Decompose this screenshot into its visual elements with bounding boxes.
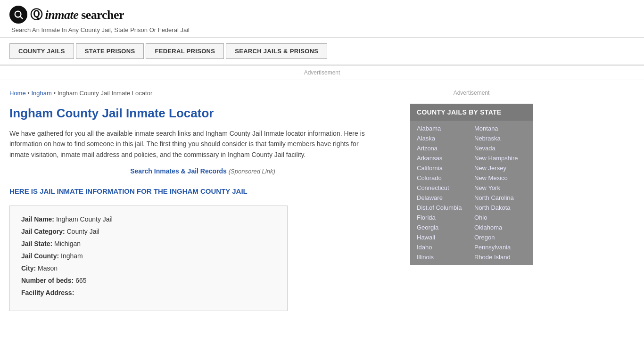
state-link[interactable]: Georgia [414,222,471,232]
logo-area: Ⓠ inmate searcher [9,6,635,24]
state-link[interactable]: New Mexico [471,173,529,183]
jail-county-row: Jail County: Ingham [21,252,276,260]
state-link[interactable]: Arizona [414,143,471,153]
content-area: Home • Ingham • Ingham County Jail Inmat… [9,80,396,321]
jail-beds-label: Number of beds: [21,277,74,284]
state-link[interactable]: Alaska [414,133,471,143]
breadcrumb-current: Ingham County Jail Inmate Locator [58,90,153,97]
state-link[interactable]: Arkansas [414,153,471,163]
nav-federal-prisons[interactable]: FEDERAL PRISONS [146,43,224,59]
states-col1: AlabamaAlaskaArizonaArkansasCaliforniaCo… [414,123,471,262]
state-jails-box: COUNTY JAILS BY STATE AlabamaAlaskaArizo… [410,104,533,265]
state-link[interactable]: Pennsylvania [471,242,529,252]
svg-line-1 [20,16,23,19]
jail-address-label: Facility Address: [21,289,74,296]
state-link[interactable]: Dist.of Columbia [414,203,471,213]
state-link[interactable]: North Dakota [471,203,529,213]
jail-city-label: City: [21,264,36,272]
jail-name-label: Jail Name: [21,215,54,223]
state-link[interactable]: California [414,163,471,173]
jail-state-row: Jail State: Michigan [21,240,276,247]
ad-banner: Advertisement [0,66,644,80]
page-title: Ingham County Jail Inmate Locator [9,106,396,121]
nav-county-jails[interactable]: COUNTY JAILS [9,43,74,59]
states-col2: MontanaNebraskaNevadaNew HampshireNew Je… [471,123,529,262]
state-link[interactable]: New York [471,183,529,193]
jail-address-row: Facility Address: [21,289,276,296]
jail-county-label: Jail County: [21,252,59,260]
jail-county-value: Ingham [61,252,83,260]
jail-beds-row: Number of beds: 665 [21,277,276,284]
state-link[interactable]: Connecticut [414,183,471,193]
jail-city-row: City: Mason [21,264,276,272]
state-link[interactable]: Hawaii [414,232,471,242]
jail-state-label: Jail State: [21,240,52,247]
state-link[interactable]: North Carolina [471,193,529,203]
state-link[interactable]: Colorado [414,173,471,183]
jail-name-row: Jail Name: Ingham County Jail [21,215,276,223]
state-link[interactable]: New Jersey [471,163,529,173]
logo-text: Ⓠ inmate searcher [30,7,124,23]
state-link[interactable]: Alabama [414,123,471,133]
jail-state-value: Michigan [54,240,81,247]
state-link[interactable]: Oklahoma [471,222,529,232]
jail-city-value: Mason [38,264,58,272]
state-link[interactable]: Nevada [471,143,529,153]
state-link[interactable]: Oregon [471,232,529,242]
sidebar: Advertisement COUNTY JAILS BY STATE Alab… [396,80,533,321]
breadcrumb-home[interactable]: Home [9,90,26,97]
state-link[interactable]: Illinois [414,252,471,262]
state-link[interactable]: Nebraska [471,133,529,143]
state-link[interactable]: Rhode Island [471,252,529,262]
state-link[interactable]: Florida [414,213,471,222]
jail-category-row: Jail Category: County Jail [21,228,276,235]
state-link[interactable]: Delaware [414,193,471,203]
nav-search-jails[interactable]: SEARCH JAILS & PRISONS [226,43,327,59]
jail-beds-value: 665 [75,277,86,284]
section-heading: HERE IS JAIL INMATE INFORMATION FOR THE … [9,186,396,196]
state-link[interactable]: Montana [471,123,529,133]
svg-point-0 [15,11,21,17]
page-description: We have gathered for you all the availab… [9,128,368,160]
state-grid: AlabamaAlaskaArizonaArkansasCaliforniaCo… [410,121,533,265]
state-box-title: COUNTY JAILS BY STATE [410,104,533,121]
sponsored-link-section: Search Inmates & Jail Records (Sponsored… [9,167,396,175]
header: Ⓠ inmate searcher Search An Inmate In An… [0,0,644,38]
sidebar-ad: Advertisement [410,90,533,96]
state-link[interactable]: Ohio [471,213,529,222]
sponsored-label: (Sponsored Link) [229,168,275,175]
jail-category-value: County Jail [66,228,99,235]
nav-state-prisons[interactable]: STATE PRISONS [76,43,144,59]
nav-bar: COUNTY JAILS STATE PRISONS FEDERAL PRISO… [0,38,644,66]
state-link[interactable]: Idaho [414,242,471,252]
jail-info-box: Jail Name: Ingham County Jail Jail Categ… [9,206,288,311]
state-link[interactable]: New Hampshire [471,153,529,163]
logo-icon [9,6,27,24]
breadcrumb: Home • Ingham • Ingham County Jail Inmat… [9,90,396,97]
tagline: Search An Inmate In Any County Jail, Sta… [11,26,635,33]
breadcrumb-ingham[interactable]: Ingham [31,90,51,97]
jail-category-label: Jail Category: [21,228,65,235]
sponsored-link[interactable]: Search Inmates & Jail Records [130,167,227,175]
main-layout: Home • Ingham • Ingham County Jail Inmat… [0,80,644,321]
jail-name-value: Ingham County Jail [56,215,113,223]
